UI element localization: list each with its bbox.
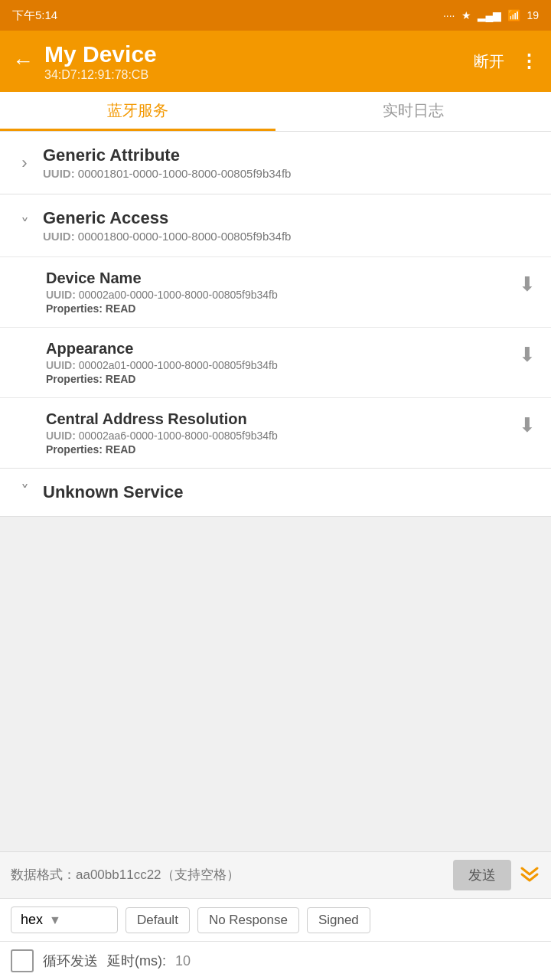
delay-label: 延时(ms): <box>107 952 166 970</box>
service-unknown-header[interactable]: ˅ Unknown Service <box>0 469 551 516</box>
service-unknown-info: Unknown Service <box>43 482 536 502</box>
char-central-address-label: Central Address Resolution <box>46 410 519 428</box>
status-time: 下午5:14 <box>12 8 57 23</box>
signal-dots-icon: ···· <box>443 9 455 21</box>
char-central-address-uuid: UUID: 00002aa6-0000-1000-8000-00805f9b34… <box>46 430 519 442</box>
service-unknown-name: Unknown Service <box>43 482 536 502</box>
send-button[interactable]: 发送 <box>453 860 511 890</box>
char-device-name-uuid: UUID: 00002a00-0000-1000-8000-00805f9b34… <box>46 289 519 301</box>
service-generic-attribute-uuid: UUID: 00001801-0000-1000-8000-00805f9b34… <box>43 167 536 180</box>
loop-send-checkbox[interactable] <box>11 949 34 972</box>
char-device-name: Device Name UUID: 00002a00-0000-1000-800… <box>0 256 551 327</box>
header-subtitle: 34:D7:12:91:78:CB <box>44 68 463 82</box>
loop-row: 循环发送 延时(ms): 10 <box>0 942 551 980</box>
loop-send-label: 循环发送 <box>43 952 98 970</box>
service-generic-access-header[interactable]: ˅ Generic Access UUID: 00001800-0000-100… <box>0 194 551 256</box>
signal-bars-icon: ▂▄▆ <box>478 9 502 21</box>
char-device-name-label: Device Name <box>46 270 519 287</box>
download-icon-appearance[interactable]: ⬇ <box>519 343 536 367</box>
char-appearance-uuid: UUID: 00002a01-0000-1000-8000-00805f9b34… <box>46 359 519 371</box>
char-device-name-props: Properties: READ <box>46 302 519 315</box>
signed-button[interactable]: Signed <box>307 907 370 933</box>
battery-icon: 19 <box>527 9 539 21</box>
bottom-input-area: 发送 hex ▼ Default No Response Signed 循环发送… <box>0 851 551 980</box>
service-unknown: ˅ Unknown Service <box>0 469 551 517</box>
app-header: ← My Device 34:D7:12:91:78:CB 断开 ⋮ <box>0 31 551 92</box>
service-generic-attribute-info: Generic Attribute UUID: 00001801-0000-10… <box>43 145 536 180</box>
uuid-label: UUID: <box>43 167 75 180</box>
service-generic-attribute: › Generic Attribute UUID: 00001801-0000-… <box>0 132 551 194</box>
default-button[interactable]: Default <box>126 907 190 933</box>
delay-value: 10 <box>175 953 191 969</box>
status-bar: 下午5:14 ···· ★ ▂▄▆ 📶 19 <box>0 0 551 31</box>
tab-bar: 蓝牙服务 实时日志 <box>0 92 551 132</box>
char-central-address-info: Central Address Resolution UUID: 00002aa… <box>46 410 519 456</box>
service-generic-access-uuid: UUID: 00001800-0000-1000-8000-00805f9b34… <box>43 230 536 243</box>
service-generic-attribute-name: Generic Attribute <box>43 145 536 165</box>
content-area: › Generic Attribute UUID: 00001801-0000-… <box>0 132 551 639</box>
service-generic-access: ˅ Generic Access UUID: 00001800-0000-100… <box>0 194 551 469</box>
tab-log[interactable]: 实时日志 <box>276 92 551 131</box>
char-device-name-info: Device Name UUID: 00002a00-0000-1000-800… <box>46 270 519 315</box>
back-button[interactable]: ← <box>12 51 34 72</box>
wifi-icon: 📶 <box>507 9 520 21</box>
download-icon-central-address[interactable]: ⬇ <box>519 413 536 437</box>
char-central-address-props: Properties: READ <box>46 443 519 456</box>
options-row: hex ▼ Default No Response Signed <box>0 899 551 942</box>
status-icons: ···· ★ ▂▄▆ 📶 19 <box>443 9 539 21</box>
format-selected-value: hex <box>21 912 43 928</box>
service-generic-access-info: Generic Access UUID: 00001800-0000-1000-… <box>43 208 536 243</box>
format-select[interactable]: hex ▼ <box>11 906 118 933</box>
char-appearance: Appearance UUID: 00002a01-0000-1000-8000… <box>0 327 551 397</box>
char-appearance-info: Appearance UUID: 00002a01-0000-1000-8000… <box>46 340 519 385</box>
no-response-button[interactable]: No Response <box>197 907 299 933</box>
download-icon-device-name[interactable]: ⬇ <box>519 273 536 296</box>
bluetooth-icon: ★ <box>461 9 471 21</box>
disconnect-button[interactable]: 断开 <box>474 51 504 72</box>
tab-bluetooth[interactable]: 蓝牙服务 <box>0 92 276 131</box>
chevron-down-icon: ˅ <box>15 216 34 236</box>
input-row: 发送 <box>0 852 551 899</box>
header-actions: 断开 ⋮ <box>474 51 539 72</box>
expand-icon[interactable] <box>519 864 540 887</box>
data-input[interactable] <box>11 867 445 883</box>
service-generic-attribute-header[interactable]: › Generic Attribute UUID: 00001801-0000-… <box>0 132 551 194</box>
chevron-right-icon: › <box>15 153 34 173</box>
header-title-block: My Device 34:D7:12:91:78:CB <box>44 41 463 82</box>
char-appearance-label: Appearance <box>46 340 519 358</box>
char-central-address: Central Address Resolution UUID: 00002aa… <box>0 397 551 468</box>
service-generic-access-name: Generic Access <box>43 208 536 228</box>
header-title: My Device <box>44 41 463 68</box>
char-appearance-props: Properties: READ <box>46 373 519 385</box>
more-menu-button[interactable]: ⋮ <box>520 51 539 72</box>
chevron-down-icon-unknown: ˅ <box>15 482 34 502</box>
select-arrow-icon: ▼ <box>49 913 61 927</box>
uuid-label-2: UUID: <box>43 230 75 243</box>
